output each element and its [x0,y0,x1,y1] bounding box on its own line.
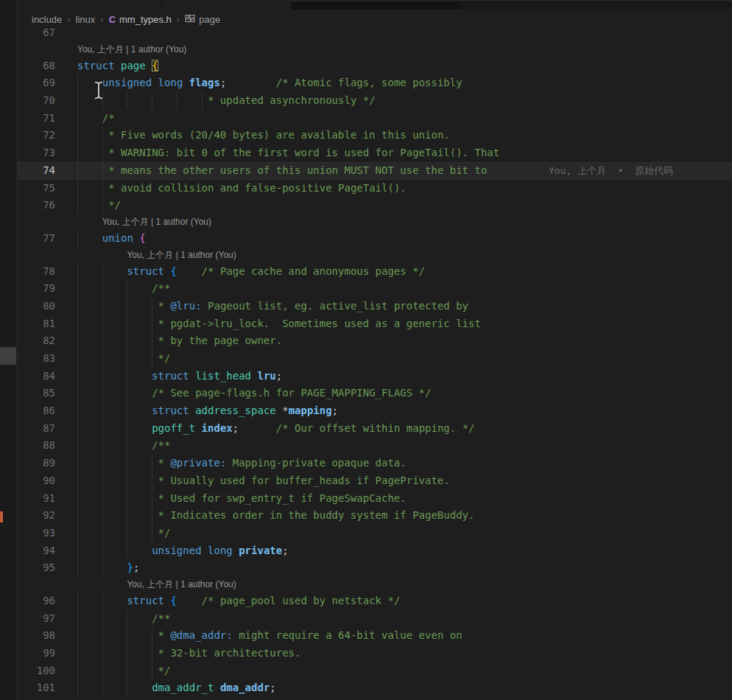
code-line[interactable]: 83 */ [18,350,732,368]
code-line[interactable]: 98 * @dma_addr: might require a 64-bit v… [18,627,732,645]
code-line[interactable]: 94 unsigned long private; [18,542,732,560]
line-number[interactable]: 93 [18,525,55,542]
breadcrumb-item-linux[interactable]: linux [76,14,96,25]
line-number[interactable]: 75 [18,180,55,197]
code-line[interactable]: 68struct page { [18,57,732,75]
code-line[interactable]: 89 * @private: Mapping-private opaque da… [18,455,732,472]
code-line-content: /** [77,610,732,628]
line-number[interactable]: 77 [18,230,55,248]
line-number[interactable]: 101 [18,679,55,697]
indent-guide [77,559,78,577]
line-number[interactable]: 80 [18,298,55,315]
line-number[interactable]: 86 [18,402,55,420]
line-number[interactable]: 99 [18,645,55,662]
line-number[interactable]: 89 [18,455,55,472]
code-line-content: pgoff_t index; /* Our offset within mapp… [77,420,732,438]
line-number[interactable]: 72 [18,127,55,144]
code-line[interactable]: 99 * 32-bit architectures. [18,645,732,662]
code-line[interactable]: 67 [18,24,732,42]
line-number[interactable]: 91 [18,490,55,508]
code-line[interactable]: 79 /** [18,280,732,298]
code-line[interactable]: 76 */ [18,197,732,214]
line-number[interactable]: 73 [18,144,55,162]
line-number[interactable]: 78 [18,263,55,281]
line-number[interactable]: 82 [18,332,55,350]
line-number[interactable]: 67 [18,24,55,42]
code-line[interactable]: 92 * Indicates order in the buddy system… [18,507,732,525]
line-number[interactable]: 94 [18,542,55,560]
line-number[interactable]: 98 [18,627,55,645]
indent-guide [127,350,127,368]
line-number[interactable]: 87 [18,420,55,438]
line-number[interactable]: 68 [18,57,55,75]
code-line-content: * @private: Mapping-private opaque data. [77,455,732,472]
code-line[interactable]: 78 struct { /* Page cache and anonymous … [18,263,732,281]
indent-guide [77,507,78,525]
code-token: Mapping-private opaque data. [226,457,406,469]
code-line[interactable]: 73 * WARNING: bit 0 of the first word is… [18,144,732,162]
code-line[interactable]: 74 * means the other users of this union… [18,162,732,180]
code-line[interactable]: 84 struct list_head lru; [18,368,732,385]
code-line[interactable]: 100 */ [18,662,732,680]
breadcrumb-item-file[interactable]: mm_types.h [119,14,172,25]
code-line[interactable]: 81 * pgdat->lru_lock. Sometimes used as … [18,315,732,333]
tab-remnant-2[interactable] [162,0,291,10]
code-line[interactable]: 96 struct { /* page_pool used by netstac… [18,592,732,610]
line-number[interactable]: 96 [18,592,55,610]
code-token: * Indicates order in the buddy system if… [158,509,475,521]
code-token [77,612,152,624]
code-token [77,527,158,539]
codelens-link[interactable]: You, 上个月 | 1 author (You) [77,42,186,57]
code-editor[interactable]: 67You, 上个月 | 1 author (You)68struct page… [18,24,732,697]
code-line[interactable]: 86 struct address_space *mapping; [18,402,732,420]
tab-remnant-1[interactable] [18,0,161,10]
line-number[interactable]: 69 [18,74,55,92]
codelens-row: You, 上个月 | 1 author (You) [18,577,732,592]
line-number[interactable]: 84 [18,368,55,385]
code-token: flags [189,77,220,88]
code-line[interactable]: 87 pgoff_t index; /* Our offset within m… [18,420,732,438]
scrollbar-thumb[interactable] [0,347,16,365]
code-line[interactable]: 95 }; [18,559,732,577]
code-line[interactable]: 72 * Five words (20/40 bytes) are availa… [18,127,732,144]
indent-guide [127,490,127,508]
line-number[interactable]: 88 [18,437,55,455]
code-line[interactable]: 70 * updated asynchronously */ [18,92,732,110]
indent-guide [77,542,78,560]
indent-guide [77,162,78,180]
code-line-content: * Usually used for buffer_heads if PageP… [77,472,732,490]
code-line[interactable]: 90 * Usually used for buffer_heads if Pa… [18,472,732,490]
line-number[interactable]: 70 [18,92,55,110]
codelens-link[interactable]: You, 上个月 | 1 author (You) [127,248,236,263]
line-number[interactable]: 83 [18,350,55,368]
code-line[interactable]: 75 * avoid collision and false-positive … [18,180,732,197]
codelens-link[interactable]: You, 上个月 | 1 author (You) [102,214,211,230]
code-line[interactable]: 101 dma_addr_t dma_addr; [18,679,732,697]
breadcrumb-item-symbol[interactable]: page [199,14,220,25]
code-line[interactable]: 69 unsigned long flags; /* Atomic flags,… [18,74,732,92]
code-line[interactable]: 85 /* See page-flags.h for PAGE_MAPPING_… [18,385,732,402]
code-line[interactable]: 77 union { [18,230,732,248]
line-number[interactable]: 92 [18,507,55,525]
code-token: lru [257,370,275,382]
line-number[interactable]: 79 [18,280,55,298]
code-line[interactable]: 88 /** [18,437,732,455]
code-line[interactable]: 91 * Used for swp_entry_t if PageSwapCac… [18,490,732,508]
line-number[interactable]: 85 [18,385,55,402]
code-line[interactable]: 97 /** [18,610,732,628]
line-number[interactable]: 71 [18,110,55,127]
line-number[interactable]: 74 [18,162,55,180]
code-line[interactable]: 82 * by the page owner. [18,332,732,350]
code-line[interactable]: 80 * @lru: Pageout list, eg. active_list… [18,298,732,315]
line-number[interactable]: 76 [18,197,55,214]
line-number[interactable]: 100 [18,662,55,680]
breadcrumb-item-include[interactable]: include [32,14,62,25]
line-number[interactable]: 97 [18,610,55,628]
codelens-link[interactable]: You, 上个月 | 1 author (You) [127,577,236,592]
code-line[interactable]: 93 */ [18,525,732,542]
line-number[interactable]: 90 [18,472,55,490]
code-line[interactable]: 71 /* [18,110,732,127]
line-number[interactable]: 95 [18,559,55,577]
code-line-content: * avoid collision and false-positive Pag… [77,180,732,197]
line-number[interactable]: 81 [18,315,55,333]
